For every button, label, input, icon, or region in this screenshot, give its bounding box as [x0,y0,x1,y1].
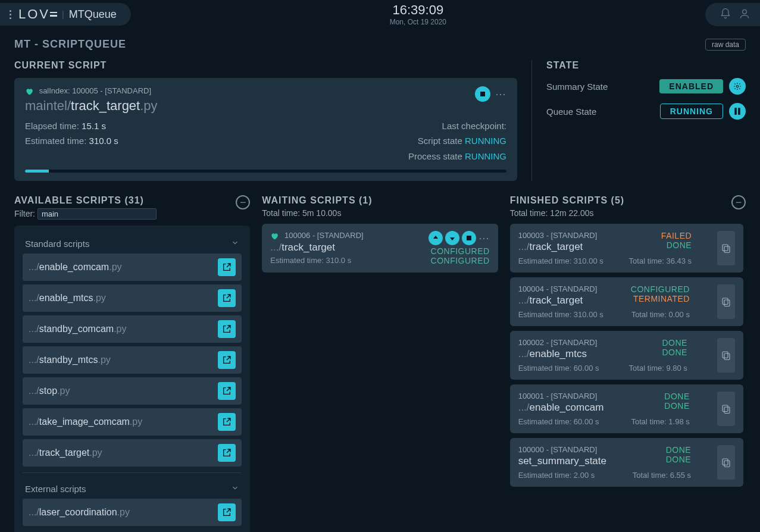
current-meta: salIndex: 100005 - [STANDARD] [25,86,158,96]
launch-button[interactable] [218,413,236,431]
chevron-down-icon [231,239,239,249]
stop-button[interactable] [462,231,476,245]
current-script-panel: CURRENT SCRIPT salIndex: 100005 - [STAND… [14,60,517,181]
script-row: .../standby_comcam.py [23,315,242,343]
heart-icon [270,232,279,240]
svg-rect-7 [724,246,730,253]
launch-button[interactable] [218,382,236,400]
svg-rect-8 [723,298,728,305]
launch-button[interactable] [218,289,236,307]
finished-card: 100002 - [STANDARD] .../enable_mtcs Esti… [510,331,743,380]
script-row: .../enable_comcam.py [23,254,242,281]
current-script-title: CURRENT SCRIPT [14,60,517,71]
more-menu-icon[interactable]: ⋯ [478,231,490,245]
requeue-button[interactable] [717,445,735,480]
current-script-card: salIndex: 100005 - [STANDARD] maintel/tr… [14,78,517,181]
status-badge: CONFIGURED [429,246,490,256]
script-row: .../standby_mtcs.py [23,346,242,374]
launch-button[interactable] [218,444,236,462]
current-script-name: maintel/track_target.py [25,98,158,114]
launch-button[interactable] [218,258,236,276]
svg-rect-13 [724,407,730,414]
clock-date: Mon, Oct 19 2020 [390,18,446,26]
chevron-down-icon [231,484,239,494]
launch-button[interactable] [218,503,236,521]
svg-rect-4 [738,108,740,115]
status-badge: FAILED [629,231,692,240]
state-panel: STATE Summary State ENABLED Queue State … [531,60,746,181]
svg-rect-15 [724,461,730,467]
move-up-button[interactable] [429,231,443,245]
bell-icon[interactable] [720,8,731,21]
waiting-total: Total time: 5m 10.00s [262,208,372,218]
menu-dots-icon[interactable] [10,10,11,19]
page-header: MT - SCRIPTQUEUE raw data [14,38,746,51]
state-title: STATE [546,60,746,71]
topbar: LOV | MTQueue 16:39:09 Mon, Oct 19 2020 [0,0,760,29]
product-name: MTQueue [69,8,117,21]
finished-total: Total time: 12m 22.00s [510,208,624,218]
svg-rect-10 [723,352,728,358]
queue-state-badge: RUNNING [660,104,723,119]
heart-icon [25,87,33,96]
move-down-button[interactable] [445,231,459,245]
filter-input[interactable] [37,208,157,220]
pause-icon[interactable] [729,103,746,120]
queue-state-row: Queue State RUNNING [546,103,746,120]
collapse-button[interactable]: − [731,195,746,209]
waiting-title: WAITING SCRIPTS (1) [262,195,372,206]
svg-rect-3 [734,108,737,115]
elapsed-time: Elapsed time: 15.1 s [25,118,118,134]
summary-state-row: Summary State ENABLED [546,78,746,95]
launch-button[interactable] [218,351,236,369]
status-badge: DONE [633,455,691,464]
status-badge: DONE [631,401,690,411]
more-menu-icon[interactable]: ⋯ [495,87,506,101]
clock: 16:39:09 Mon, Oct 19 2020 [390,2,446,26]
last-checkpoint: Last checkpoint: [408,118,506,134]
svg-rect-6 [723,245,728,251]
finished-title: FINISHED SCRIPTS (5) [510,195,624,206]
status-badge: TERMINATED [631,294,690,303]
progress-bar [25,170,506,173]
estimated-time: Estimated time: 310.0 s [25,133,118,149]
user-icon[interactable] [739,8,750,21]
script-row: .../laser_coordination.py [23,499,242,526]
status-badge: DONE [631,392,690,401]
gear-icon[interactable] [729,78,746,95]
available-scripts-panel: AVAILABLE SCRIPTS (31) Filter: − Standar… [14,195,250,532]
finished-card: 100000 - [STANDARD] set_summary_state Es… [510,438,743,487]
status-badge: CONFIGURED [429,256,490,265]
summary-state-badge: ENABLED [659,79,723,93]
external-scripts-group[interactable]: External scripts [23,479,242,499]
svg-point-0 [743,10,747,14]
svg-rect-9 [724,300,730,306]
topbar-left: LOV | MTQueue [0,3,131,26]
topbar-right [705,3,760,26]
status-badge: DONE [629,338,687,348]
collapse-button[interactable]: − [236,195,250,209]
launch-button[interactable] [218,320,236,338]
finished-scripts-panel: FINISHED SCRIPTS (5) Total time: 12m 22.… [510,195,746,532]
clock-time: 16:39:09 [390,2,446,18]
requeue-button[interactable] [717,231,735,265]
available-title: AVAILABLE SCRIPTS (31) [14,195,157,206]
standard-scripts-group[interactable]: Standard scripts [23,234,242,254]
waiting-scripts-panel: WAITING SCRIPTS (1) Total time: 5m 10.00… [262,195,498,532]
finished-card: 100001 - [STANDARD] .../enable_comcam Es… [510,384,743,433]
finished-card: 100004 - [STANDARD] .../track_target Est… [510,277,743,326]
status-badge: DONE [629,348,687,357]
script-row: .../take_image_comcam.py [23,408,242,436]
requeue-button[interactable] [717,284,735,319]
finished-card: 100003 - [STANDARD] .../track_target Est… [510,224,743,273]
raw-data-button[interactable]: raw data [705,39,746,51]
requeue-button[interactable] [717,338,735,373]
requeue-button[interactable] [717,392,735,426]
status-badge: DONE [629,240,692,250]
svg-rect-5 [467,236,471,240]
svg-rect-1 [480,92,485,96]
status-badge: DONE [633,445,691,455]
script-row: .../enable_mtcs.py [23,284,242,312]
svg-rect-14 [723,459,728,465]
stop-button[interactable] [475,86,490,102]
